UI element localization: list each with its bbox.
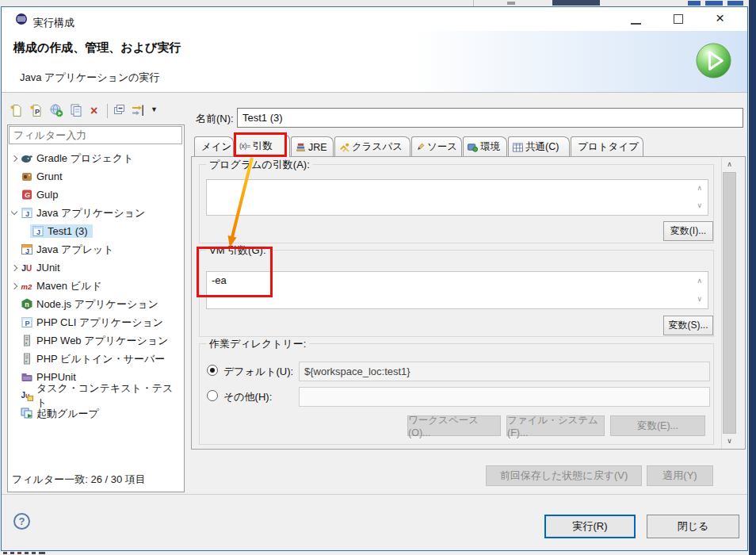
- other-directory-input[interactable]: [299, 387, 710, 407]
- tree-item-grunt[interactable]: Grunt: [8, 167, 183, 186]
- tree-item-label: Maven ビルド: [36, 279, 102, 293]
- dialog-title: 構成の作成、管理、および実行: [13, 40, 181, 56]
- help-button[interactable]: ?: [13, 513, 30, 530]
- new-launch-prototype-icon[interactable]: P★: [29, 103, 45, 119]
- scrollbar-up-icon[interactable]: ∧: [722, 157, 737, 171]
- tree-item-nodejs[interactable]: n Node.js アプリケーション: [8, 295, 183, 313]
- name-input[interactable]: [237, 108, 743, 128]
- vm-arguments-textarea[interactable]: -ea: [206, 271, 708, 309]
- tree-item-java-applet[interactable]: J Java アプレット: [8, 240, 183, 258]
- scroll-up-icon[interactable]: ∧: [697, 184, 702, 192]
- tree-item-test1-selected[interactable]: J Test1 (3): [8, 222, 183, 240]
- tree-item-label: Test1 (3): [48, 225, 88, 237]
- svg-text:J: J: [25, 210, 29, 218]
- collapse-all-icon[interactable]: [112, 103, 128, 119]
- delete-launch-configuration-icon[interactable]: ×: [89, 103, 105, 119]
- tab-main[interactable]: メイン: [194, 136, 234, 157]
- tab-jre[interactable]: JRE: [291, 136, 334, 157]
- duplicate-launch-configuration-icon[interactable]: [69, 103, 85, 119]
- close-window-button[interactable]: ×: [716, 10, 724, 27]
- classpath-tab-icon: [339, 143, 349, 152]
- tree-item-php-builtin-server[interactable]: PHP ビルトイン・サーバー: [8, 350, 183, 368]
- source-tab-icon: [416, 143, 425, 152]
- footer-separator: [2, 494, 747, 495]
- apply-button[interactable]: 適用(Y): [647, 465, 713, 486]
- program-arguments-group: プログラムの引数(A): ∧ ∨ 変数(I)...: [199, 164, 714, 243]
- background-text-fragment: [705, 1, 723, 6]
- tab-common[interactable]: 共通(C): [508, 136, 570, 157]
- tree-item-php-cli[interactable]: P PHP CLI アプリケーション: [8, 313, 183, 331]
- expand-collapsed-icon[interactable]: [8, 266, 21, 270]
- tree-item-label: タスク・コンテキスト・テスト: [36, 381, 183, 410]
- tree-item-gradle[interactable]: Gradle プロジェクト: [8, 149, 183, 167]
- tree-item-java-application[interactable]: J Java アプリケーション: [8, 204, 183, 222]
- other-radio-label[interactable]: その他(H):: [223, 390, 272, 404]
- close-button[interactable]: 閉じる: [647, 515, 739, 538]
- tab-label: クラスパス: [352, 140, 403, 154]
- tab-label: 引数: [253, 140, 273, 153]
- tab-environment[interactable]: 環境: [463, 136, 507, 157]
- tree-item-task-context-test[interactable]: Ju タスク・コンテキスト・テスト: [8, 386, 183, 404]
- directory-variables-button[interactable]: 変数(E)...: [610, 415, 705, 436]
- tab-classpath[interactable]: クラスパス: [334, 136, 410, 157]
- filter-input[interactable]: [9, 126, 182, 144]
- view-menu-dropdown-icon[interactable]: ▼: [151, 105, 166, 121]
- scroll-down-icon[interactable]: ∨: [697, 295, 702, 303]
- tab-prototype[interactable]: P プロトタイプ: [571, 136, 643, 157]
- new-launch-configuration-icon[interactable]: ★: [10, 103, 25, 119]
- workspace-button[interactable]: ワークスペース(O)...: [407, 415, 501, 436]
- background-text-fragment: [727, 1, 743, 6]
- run-button[interactable]: 実行(R): [544, 515, 636, 538]
- tab-label: メイン: [201, 140, 231, 154]
- tab-label: JRE: [308, 142, 327, 153]
- tree-item-maven-build[interactable]: m2 Maven ビルド: [8, 277, 183, 295]
- other-radio[interactable]: [207, 390, 218, 401]
- scrollbar-thumb[interactable]: [723, 172, 736, 434]
- svg-text:U: U: [26, 264, 32, 273]
- filter-launch-configurations-icon[interactable]: [131, 103, 147, 119]
- svg-text:G: G: [25, 191, 30, 199]
- background-window-right-edge: [749, 0, 756, 555]
- minimize-button[interactable]: [631, 23, 641, 25]
- tab-label: 環境: [480, 140, 500, 154]
- default-directory-input[interactable]: [299, 362, 710, 381]
- program-variables-button[interactable]: 変数(I)...: [663, 221, 713, 241]
- tree-item-label: PHP ビルトイン・サーバー: [36, 352, 165, 366]
- revert-button[interactable]: 前回保存した状態に戻す(V): [486, 465, 642, 486]
- scroll-down-icon[interactable]: ∨: [697, 201, 702, 209]
- svg-text:m2: m2: [21, 282, 32, 291]
- export-launch-configuration-icon[interactable]: [49, 103, 65, 119]
- program-arguments-textarea[interactable]: [206, 179, 708, 216]
- tree-item-gulp[interactable]: G Gulp: [8, 186, 183, 204]
- scroll-up-icon[interactable]: ∧: [697, 277, 702, 285]
- java-application-icon: J: [21, 207, 33, 219]
- vm-variables-button[interactable]: 変数(S)...: [663, 316, 713, 335]
- jre-tab-icon: [296, 143, 306, 152]
- tab-arguments[interactable]: (x)= 引数: [235, 134, 290, 157]
- php-web-icon: [21, 335, 33, 346]
- tree-item-junit[interactable]: JU JUnit: [8, 258, 183, 277]
- svg-text:J: J: [36, 228, 40, 236]
- content-scrollbar[interactable]: ∧ ∨: [721, 157, 737, 449]
- task-context-icon: Ju: [21, 389, 33, 401]
- filesystem-button[interactable]: ファイル・システム(F)...: [506, 415, 605, 436]
- arguments-tab-icon: (x)=: [239, 142, 250, 150]
- radio-dot: [210, 368, 215, 373]
- background-text-fragment: [25, 552, 29, 554]
- junit-icon: JU: [21, 262, 33, 274]
- program-arguments-label: プログラムの引数(A):: [206, 158, 313, 172]
- tree-item-php-web[interactable]: PHP Web アプリケーション: [8, 331, 183, 350]
- default-radio-label[interactable]: デフォルト(U):: [223, 365, 293, 379]
- configuration-tree: Gradle プロジェクト Grunt G Gulp J Java アプリケーシ…: [8, 149, 183, 450]
- expand-expanded-icon[interactable]: [8, 212, 21, 214]
- gulp-icon: G: [21, 189, 33, 201]
- selection-highlight: J Test1 (3): [30, 224, 93, 238]
- default-radio[interactable]: [207, 365, 218, 376]
- toolbar-separator: [107, 104, 108, 118]
- scrollbar-down-icon[interactable]: ∨: [722, 434, 737, 448]
- phpunit-icon: [21, 371, 33, 383]
- maximize-button[interactable]: [674, 14, 683, 24]
- tab-source[interactable]: ソース: [411, 136, 462, 157]
- expand-collapsed-icon[interactable]: [8, 284, 21, 289]
- expand-collapsed-icon[interactable]: [8, 156, 21, 161]
